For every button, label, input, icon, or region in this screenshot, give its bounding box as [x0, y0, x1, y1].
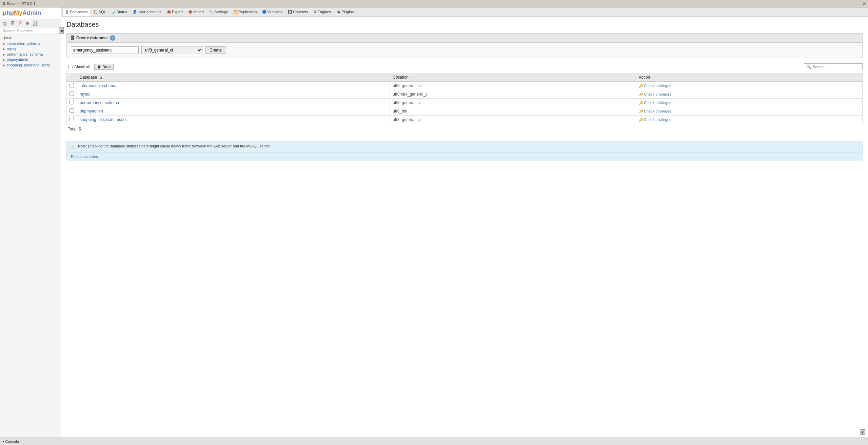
check-privileges-link[interactable]: 🔑 Check privileges [639, 84, 860, 88]
check-privileges-link[interactable]: 🔑 Check privileges [639, 118, 860, 122]
enable-statistics-link[interactable]: Enable statistics [67, 152, 862, 161]
row-collation: utf8_bin [393, 109, 407, 114]
check-privileges-label: Check privileges [644, 101, 671, 105]
row-checkbox[interactable] [70, 100, 74, 104]
db-name-link[interactable]: mysql [80, 92, 90, 97]
console-bar[interactable]: ▪ Console [0, 438, 868, 445]
check-privileges-link[interactable]: 🔑 Check privileges [639, 92, 860, 96]
db-name-link[interactable]: phpmyadmin [80, 109, 103, 114]
row-checkbox[interactable] [70, 92, 74, 96]
sidebar-header: phpMyAdmin [0, 7, 61, 19]
db-tree-item-information_schema[interactable]: ▶information_schema [0, 41, 61, 46]
check-all-checkbox[interactable] [68, 65, 73, 69]
db-name-link[interactable]: information_schema [80, 83, 116, 88]
nav-item-status[interactable]: 📊Status [109, 8, 130, 15]
nav-icon: 📊 [112, 10, 116, 14]
search-icon: 🔍 [806, 64, 811, 69]
db-tree-item-new[interactable]: New [0, 35, 61, 41]
nav-item-export[interactable]: 📤Export [164, 8, 185, 15]
nav-item-databases[interactable]: 🗄Databases [62, 8, 91, 16]
scroll-button[interactable]: ▼ [860, 429, 865, 435]
row-checkbox-cell [67, 99, 77, 107]
nav-icon: 🔌 [336, 10, 340, 14]
nav-item-plugins[interactable]: 🔌Plugins [334, 8, 356, 15]
nav-item-import[interactable]: 📥Import [185, 8, 206, 15]
table-row: phpmyadmin utf8_bin 🔑 Check privileges [67, 107, 863, 116]
refresh-icon[interactable]: 🔄 [32, 20, 38, 26]
check-privileges-link[interactable]: 🔑 Check privileges [639, 101, 860, 105]
db-name-link[interactable]: shopping_assistant_users [80, 117, 127, 122]
db-tree: New▶information_schema▶mysql▶performance… [0, 34, 61, 69]
nav-icon: 🔁 [233, 10, 237, 14]
check-privileges-link[interactable]: 🔑 Check privileges [639, 109, 860, 113]
row-action-cell: 🔑 Check privileges [636, 116, 862, 124]
create-db-button[interactable]: Create [205, 46, 226, 54]
nav-item-user-accounts[interactable]: 👤User accounts [130, 8, 164, 15]
row-db-name-cell: shopping_assistant_users [77, 116, 390, 124]
help-icon[interactable]: ❓ [17, 20, 23, 26]
sidebar-icons: 🏠 🗄 ❓ ⚙ 🔄 [0, 19, 61, 28]
recent-link[interactable]: Recent [3, 29, 15, 33]
row-collation-cell: utf8_bin [390, 107, 636, 116]
row-collation: utf8_general_ci [393, 100, 420, 105]
create-db-collation-select[interactable]: utf8_general_ciutf8mb4_general_cilatin1_… [141, 46, 202, 54]
row-collation: utf8mb4_general_ci [393, 92, 428, 97]
row-collation-cell: utf8_general_ci [390, 82, 636, 90]
close-button[interactable]: ✕ [863, 1, 866, 6]
home-icon[interactable]: 🏠 [2, 20, 8, 26]
db-tree-item-performance_schema[interactable]: ▶performance_schema [0, 52, 61, 57]
db-tree-item-phpmyadmin[interactable]: ▶phpmyadmin [0, 57, 61, 62]
db-tree-item-mysql[interactable]: ▶mysql [0, 46, 61, 52]
db-name-link[interactable]: performance_schema [80, 100, 119, 105]
row-checkbox-cell [67, 116, 77, 124]
create-db-help-icon[interactable]: ? [110, 35, 115, 41]
nav-icon: 🔲 [288, 10, 292, 14]
row-collation-cell: utf8_general_ci [390, 116, 636, 124]
row-db-name-cell: mysql [77, 90, 390, 99]
check-privileges-icon: 🔑 [639, 101, 643, 105]
favorites-link[interactable]: Favorites [17, 29, 33, 33]
table-controls: Check all 🗑 Drop 🔍 [66, 63, 863, 70]
nav-item-sql[interactable]: 📋SQL [91, 8, 109, 15]
create-db-body: utf8_general_ciutf8mb4_general_cilatin1_… [67, 43, 862, 58]
header-database[interactable]: Database ▲ [77, 73, 390, 82]
db-tree-item-shopping_assistant_users[interactable]: ▶shopping_assistant_users [0, 62, 61, 68]
check-all-label[interactable]: Check all [66, 64, 92, 70]
create-db-label: Create database [76, 36, 108, 40]
tree-expand-icon: ▶ [3, 47, 5, 51]
sidebar-collapse-button[interactable]: ◀ [59, 27, 64, 34]
nav-item-settings[interactable]: 🔧Settings [206, 8, 231, 15]
row-collation: utf8_general_ci [393, 117, 420, 122]
nav-icon: ⚙ [313, 10, 316, 14]
tree-expand-icon: ▶ [3, 42, 5, 45]
table-row: shopping_assistant_users utf8_general_ci… [67, 116, 863, 124]
nav-item-charsets[interactable]: 🔲Charsets [285, 8, 311, 15]
table-row: performance_schema utf8_general_ci 🔑 Che… [67, 99, 863, 107]
drop-button[interactable]: 🗑 Drop [94, 64, 114, 70]
sort-arrow-icon: ▲ [99, 75, 103, 80]
db-icon[interactable]: 🗄 [9, 20, 16, 26]
nav-icon: 🔧 [209, 10, 213, 14]
nav-item-variables[interactable]: 🔵Variables [259, 8, 285, 15]
row-action-cell: 🔑 Check privileges [636, 90, 862, 99]
create-db-header: 🗄 Create database ? [67, 34, 862, 43]
row-checkbox[interactable] [70, 117, 74, 121]
tree-expand-icon: ▶ [3, 53, 5, 56]
logo-my: My [14, 9, 22, 16]
warning-icon: ⚠ [71, 144, 75, 149]
check-privileges-label: Check privileges [644, 118, 671, 122]
nav-item-engines[interactable]: ⚙Engines [311, 8, 334, 15]
create-db-input[interactable] [71, 46, 139, 54]
note-panel: ⚠ Note: Enabling the database statistics… [66, 141, 863, 161]
nav-item-replication[interactable]: 🔁Replication [231, 8, 259, 15]
row-action-cell: 🔑 Check privileges [636, 99, 862, 107]
row-checkbox-cell [67, 82, 77, 90]
note-content: ⚠ Note: Enabling the database statistics… [67, 141, 862, 152]
check-privileges-icon: 🔑 [639, 118, 643, 122]
page-body: Databases 🗄 Create database ? utf8_gener… [61, 17, 868, 165]
row-action-cell: 🔑 Check privileges [636, 82, 862, 90]
row-checkbox[interactable] [70, 108, 74, 113]
settings-icon[interactable]: ⚙ [24, 20, 31, 26]
search-input[interactable] [813, 65, 860, 69]
row-checkbox[interactable] [70, 83, 74, 87]
